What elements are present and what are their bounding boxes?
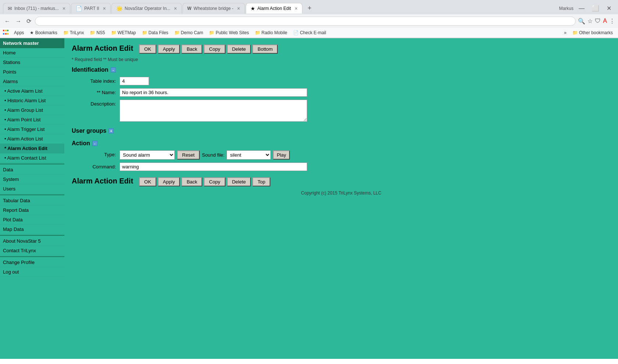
user-groups-toggle-icon[interactable]: +: [109, 128, 114, 133]
sidebar-item-about[interactable]: About NovaStar 5: [0, 236, 64, 246]
sidebar-item-active-alarm-list[interactable]: • Active Alarm List: [0, 86, 64, 96]
tab-wheatstone[interactable]: W Wheatstone bridge - ×: [182, 3, 245, 14]
bookmark-radiomobile[interactable]: 📁 Radio Mobile: [253, 29, 290, 36]
url-input[interactable]: 24.120.144.111:8180/NovaStar5/alarmActio…: [35, 17, 576, 26]
sidebar-item-alarm-action-list[interactable]: • Alarm Action List: [0, 134, 64, 144]
ok-button-bottom[interactable]: OK: [139, 177, 156, 186]
command-input[interactable]: [120, 163, 307, 171]
close-button[interactable]: ✕: [604, 4, 614, 13]
tab-close-alarm[interactable]: ×: [295, 6, 298, 11]
tab-gmail[interactable]: ✉ Inbox (711) - markus... ×: [3, 3, 70, 14]
address-bar: ← → ⟳ 24.120.144.111:8180/NovaStar5/alar…: [0, 14, 618, 28]
sidebar-item-stations[interactable]: Stations: [0, 58, 64, 67]
table-index-input[interactable]: [120, 77, 149, 85]
sidebar-item-historic-alarm-list[interactable]: • Historic Alarm List: [0, 96, 64, 106]
bookmark-apps[interactable]: Apps: [12, 29, 26, 36]
type-row: Type: Sound alarm Email SMS Script Reset…: [72, 150, 611, 160]
back-button-bottom[interactable]: Back: [181, 177, 202, 186]
tab-part2[interactable]: 📄 PART II ×: [71, 3, 111, 14]
copy-button-top[interactable]: Copy: [204, 44, 225, 54]
title-bar: ✉ Inbox (711) - markus... × 📄 PART II × …: [0, 0, 618, 14]
tab-close-novastar[interactable]: ×: [174, 6, 177, 11]
bottom-title-row: Alarm Action Edit OK Apply Back Copy Del…: [72, 177, 611, 187]
sidebar-item-report-data[interactable]: Report Data: [0, 206, 64, 215]
sidebar-item-logout[interactable]: Log out: [0, 267, 64, 277]
sidebar-item-system[interactable]: System: [0, 175, 64, 184]
sidebar-item-users[interactable]: Users: [0, 184, 64, 194]
sidebar-header[interactable]: Network master: [0, 38, 64, 48]
bookmark-bookmarks[interactable]: ★ Bookmarks: [28, 29, 59, 36]
forward-nav-button[interactable]: →: [14, 17, 23, 25]
tab-close-part2[interactable]: ×: [103, 6, 106, 11]
sidebar-item-alarm-group-list[interactable]: • Alarm Group List: [0, 106, 64, 115]
description-label: Description:: [72, 100, 120, 107]
sidebar-item-alarm-trigger-list[interactable]: • Alarm Trigger List: [0, 125, 64, 134]
bookmark-publicweb[interactable]: 📁 Public Web Sites: [207, 29, 251, 36]
sound-file-select[interactable]: silent alarm1 alarm2 alarm3: [227, 150, 271, 160]
reload-button[interactable]: ⟳: [25, 17, 33, 25]
delete-button-bottom[interactable]: Delete: [227, 177, 251, 186]
bookmark-wetmap[interactable]: 📁 WETMap: [109, 29, 138, 36]
sound-file-label: Sound file:: [202, 152, 224, 158]
menu-icon[interactable]: ⋮: [609, 18, 615, 25]
action-toggle-icon[interactable]: ‑: [92, 141, 97, 146]
user-groups-title: User groups: [72, 128, 106, 134]
top-button[interactable]: Top: [252, 177, 270, 186]
sidebar-item-points[interactable]: Points: [0, 67, 64, 77]
name-label: ** Name:: [72, 88, 120, 95]
sidebar-item-alarms[interactable]: Alarms: [0, 77, 64, 86]
bookmark-icon[interactable]: ☆: [587, 18, 593, 25]
page-title: Alarm Action Edit: [72, 44, 133, 53]
apply-button-top[interactable]: Apply: [158, 44, 180, 54]
sidebar-item-plot-data[interactable]: Plot Data: [0, 215, 64, 225]
tab-novastar[interactable]: 🌟 NovaStar Operator In... ×: [111, 3, 182, 14]
description-textarea[interactable]: [120, 100, 307, 122]
tab-close-gmail[interactable]: ×: [63, 6, 65, 11]
bookmark-datafiles[interactable]: 📁 Data Files: [140, 29, 171, 36]
page-layout: Network master Home Stations Points Alar…: [0, 38, 618, 359]
tab-alarm-action-edit[interactable]: ★ Alarm Action Edit ×: [246, 3, 303, 14]
command-row: Command:: [72, 163, 611, 171]
sidebar-item-alarm-point-list[interactable]: • Alarm Point List: [0, 115, 64, 125]
bottom-button-row: OK Apply Back Copy Delete Top: [139, 177, 270, 186]
sidebar-item-alarm-contact-list[interactable]: • Alarm Contact List: [0, 153, 64, 163]
identification-title: Identification: [72, 67, 109, 73]
bookmark-trilynx[interactable]: 📁 TriLynx: [61, 29, 86, 36]
user-name: Markus: [559, 6, 573, 11]
restore-button[interactable]: ⬜: [590, 4, 601, 13]
identification-toggle-icon[interactable]: ‑: [111, 67, 116, 72]
bookmark-democam[interactable]: 📁 Demo Cam: [172, 29, 206, 36]
sidebar-item-home[interactable]: Home: [0, 48, 64, 58]
sidebar-item-contact[interactable]: Contact TriLynx: [0, 246, 64, 256]
minimize-button[interactable]: —: [576, 4, 587, 13]
reset-button[interactable]: Reset: [177, 150, 200, 160]
sidebar-item-map-data[interactable]: Map Data: [0, 225, 64, 234]
copy-button-bottom[interactable]: Copy: [204, 177, 225, 186]
play-button[interactable]: Play: [273, 150, 290, 160]
delete-button-top[interactable]: Delete: [227, 44, 251, 54]
action-title: Action: [72, 140, 90, 147]
bookmark-more[interactable]: »: [562, 29, 569, 36]
apps-icon[interactable]: [3, 30, 9, 36]
shield-icon: 🛡: [595, 18, 601, 25]
type-select[interactable]: Sound alarm Email SMS Script: [120, 150, 175, 160]
back-nav-button[interactable]: ←: [3, 17, 12, 25]
sidebar-item-tabular-data[interactable]: Tabular Data: [0, 196, 64, 206]
search-icon[interactable]: 🔍: [578, 18, 585, 25]
sidebar: Network master Home Stations Points Alar…: [0, 38, 64, 359]
ok-button-top[interactable]: OK: [139, 44, 156, 54]
new-tab-button[interactable]: +: [303, 2, 316, 14]
sidebar-item-change-profile[interactable]: Change Profile: [0, 258, 64, 267]
description-row: Description:: [72, 100, 611, 122]
bookmark-otherbookmarks[interactable]: 📁 Other bookmarks: [570, 29, 615, 36]
name-input[interactable]: [120, 88, 307, 97]
sidebar-item-alarm-action-edit[interactable]: * Alarm Action Edit: [0, 144, 64, 153]
bottom-button[interactable]: Bottom: [252, 44, 278, 54]
tab-close-wheatstone[interactable]: ×: [237, 6, 240, 11]
back-button-top[interactable]: Back: [181, 44, 202, 54]
apply-button-bottom[interactable]: Apply: [158, 177, 180, 186]
bookmark-checkemail[interactable]: 📄 Check E-mail: [291, 29, 328, 36]
bookmark-ns5[interactable]: 📁 NS5: [88, 29, 107, 36]
sidebar-item-data[interactable]: Data: [0, 165, 64, 175]
top-button-row: OK Apply Back Copy Delete Bottom: [139, 44, 278, 54]
